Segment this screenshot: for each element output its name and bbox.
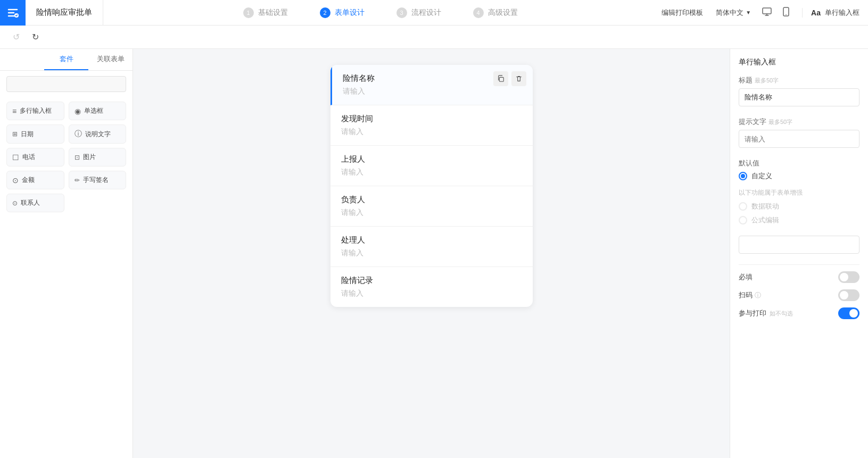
step-3[interactable]: 3 流程设计 bbox=[396, 7, 441, 18]
amount-icon: ⊙ bbox=[12, 176, 19, 185]
scan-label: 扫码 ⓘ bbox=[739, 290, 761, 300]
step-4[interactable]: 4 高级设置 bbox=[473, 7, 518, 18]
field-label-1: 发现时间 bbox=[341, 114, 522, 124]
field-actions-0 bbox=[493, 71, 526, 86]
print-row: 参与打印 如不勾选 bbox=[739, 307, 859, 319]
component-multiline[interactable]: ≡ 多行输入框 bbox=[6, 102, 64, 120]
sidebar-tab-first[interactable] bbox=[0, 49, 44, 70]
field-placeholder-5: 请输入 bbox=[341, 289, 522, 298]
default-radio-group: 自定义 以下功能属于表单增强 数据联动 公式编辑 bbox=[739, 171, 859, 225]
multiline-label: 多行输入框 bbox=[20, 106, 52, 115]
signature-icon: ✏ bbox=[75, 177, 80, 184]
radio-datalink-label: 数据联动 bbox=[751, 202, 779, 211]
step-4-num: 4 bbox=[473, 7, 484, 18]
input-type-display: Aa 单行输入框 bbox=[802, 8, 859, 18]
field-incident-name[interactable]: 险情名称 请输入 bbox=[330, 65, 533, 105]
required-row: 必填 bbox=[739, 271, 859, 283]
app-logo bbox=[0, 0, 26, 26]
form-canvas: 险情名称 请输入 发现时间 请输入 上报人 请输入 bbox=[133, 49, 730, 458]
language-selector[interactable]: 简体中文 ▼ bbox=[716, 8, 751, 18]
header: 险情响应审批单 1 基础设置 2 表单设计 3 流程设计 4 高级设置 编辑打印… bbox=[0, 0, 868, 26]
step-1[interactable]: 1 基础设置 bbox=[243, 7, 288, 18]
prompt-max-hint: 最多50字 bbox=[768, 118, 792, 126]
step-2-label: 表单设计 bbox=[335, 8, 365, 18]
sidebar-tab-suite[interactable]: 套件 bbox=[44, 49, 88, 70]
desktop-icon[interactable] bbox=[759, 4, 774, 21]
radio-formula[interactable]: 公式编辑 bbox=[739, 215, 859, 225]
scan-row: 扫码 ⓘ bbox=[739, 289, 859, 301]
header-right: 编辑打印模板 简体中文 ▼ Aa 单行输入框 bbox=[657, 4, 868, 21]
radio-custom-circle bbox=[739, 172, 747, 180]
redo-button[interactable]: ↻ bbox=[28, 30, 43, 45]
field-label-3: 负责人 bbox=[341, 195, 522, 205]
step-2[interactable]: 2 表单设计 bbox=[320, 7, 365, 18]
sidebar-tab-related[interactable]: 关联表单 bbox=[88, 49, 133, 70]
title-input[interactable] bbox=[739, 88, 859, 106]
print-label: 参与打印 如不勾选 bbox=[739, 309, 793, 318]
radio-datalink-circle bbox=[739, 202, 747, 211]
component-date[interactable]: ⊞ 日期 bbox=[6, 124, 64, 144]
svg-point-4 bbox=[786, 14, 787, 15]
date-icon: ⊞ bbox=[12, 130, 18, 138]
field-label-5: 险情记录 bbox=[341, 276, 522, 286]
print-toggle[interactable] bbox=[838, 307, 859, 319]
field-responsible[interactable]: 负责人 请输入 bbox=[330, 186, 533, 227]
radio-datalink[interactable]: 数据联动 bbox=[739, 202, 859, 211]
field-placeholder-4: 请输入 bbox=[341, 248, 522, 258]
phone-icon: ☐ bbox=[12, 153, 19, 162]
component-phone[interactable]: ☐ 电话 bbox=[6, 148, 64, 166]
radio-custom-label: 自定义 bbox=[751, 171, 772, 181]
sidebar-tabs: 套件 关联表单 bbox=[0, 49, 133, 71]
radio-formula-label: 公式编辑 bbox=[751, 215, 779, 225]
undo-button[interactable]: ↺ bbox=[9, 30, 23, 45]
field-handler[interactable]: 处理人 请输入 bbox=[330, 227, 533, 267]
component-search-input[interactable] bbox=[6, 76, 126, 92]
default-value-input[interactable] bbox=[739, 236, 859, 254]
date-label: 日期 bbox=[21, 130, 34, 139]
desc-label: 说明文字 bbox=[85, 130, 111, 139]
step-3-num: 3 bbox=[396, 7, 407, 18]
amount-label: 金额 bbox=[22, 176, 35, 185]
step-3-label: 流程设计 bbox=[411, 8, 441, 18]
contact-label: 联系人 bbox=[21, 198, 40, 207]
multiline-icon: ≡ bbox=[12, 107, 16, 115]
input-type-text: 单行输入框 bbox=[825, 8, 859, 18]
field-label-2: 上报人 bbox=[341, 154, 522, 164]
scan-toggle[interactable] bbox=[838, 289, 859, 301]
prompt-section: 提示文字 最多50字 bbox=[739, 117, 859, 148]
radio-label: 单选框 bbox=[84, 106, 103, 115]
field-record[interactable]: 险情记录 请输入 bbox=[330, 267, 533, 307]
component-image[interactable]: ⊡ 图片 bbox=[69, 148, 127, 166]
delete-field-button[interactable] bbox=[511, 71, 526, 86]
field-placeholder-0: 请输入 bbox=[343, 87, 522, 96]
page-title: 险情响应审批单 bbox=[26, 0, 103, 25]
component-search-area bbox=[0, 71, 133, 97]
form-preview: 险情名称 请输入 发现时间 请输入 上报人 请输入 bbox=[330, 65, 533, 307]
scan-help-icon: ⓘ bbox=[755, 291, 761, 300]
edit-print-button[interactable]: 编辑打印模板 bbox=[657, 6, 707, 20]
default-section: 默认值 自定义 以下功能属于表单增强 数据联动 公式编辑 bbox=[739, 159, 859, 225]
panel-title: 单行输入框 bbox=[739, 57, 859, 67]
field-found-time[interactable]: 发现时间 请输入 bbox=[330, 105, 533, 146]
radio-formula-circle bbox=[739, 216, 747, 224]
component-description[interactable]: ⓘ 说明文字 bbox=[69, 124, 127, 144]
component-signature[interactable]: ✏ 手写签名 bbox=[69, 171, 127, 189]
required-toggle[interactable] bbox=[838, 271, 859, 283]
left-sidebar: 套件 关联表单 ≡ 多行输入框 ◉ 单选框 ⊞ 日期 ⓘ bbox=[0, 49, 133, 458]
desc-icon: ⓘ bbox=[75, 129, 82, 139]
divider-1 bbox=[739, 264, 859, 265]
prompt-input[interactable] bbox=[739, 130, 859, 148]
main-area: 套件 关联表单 ≡ 多行输入框 ◉ 单选框 ⊞ 日期 ⓘ bbox=[0, 49, 868, 458]
device-switcher bbox=[759, 4, 793, 21]
right-panel: 单行输入框 标题 最多50字 提示文字 最多50字 默认值 自定义 bbox=[730, 49, 868, 458]
title-field-label: 标题 最多50字 bbox=[739, 76, 859, 85]
component-radio[interactable]: ◉ 单选框 bbox=[69, 102, 127, 120]
phone-label: 电话 bbox=[22, 153, 35, 162]
chevron-down-icon: ▼ bbox=[746, 10, 751, 15]
field-reporter[interactable]: 上报人 请输入 bbox=[330, 146, 533, 186]
radio-custom[interactable]: 自定义 bbox=[739, 171, 859, 181]
component-contact[interactable]: ⊙ 联系人 bbox=[6, 194, 64, 212]
copy-field-button[interactable] bbox=[493, 71, 508, 86]
mobile-icon[interactable] bbox=[779, 4, 793, 21]
component-amount[interactable]: ⊙ 金额 bbox=[6, 171, 64, 189]
